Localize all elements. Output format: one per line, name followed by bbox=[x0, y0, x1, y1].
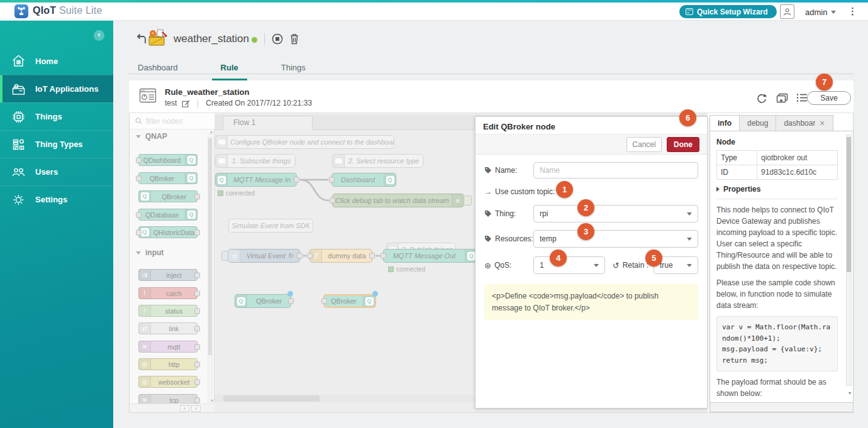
user-avatar[interactable] bbox=[780, 4, 794, 19]
palette-expand-all-button[interactable]: ∨ bbox=[191, 405, 201, 412]
node-mqtt-message-out[interactable]: MQTT Message Out Q bbox=[383, 249, 477, 263]
port-out[interactable] bbox=[288, 299, 294, 304]
node-qbroker-out-selected[interactable]: QBroker Q bbox=[323, 294, 376, 308]
debug-toggle-button[interactable] bbox=[464, 195, 472, 206]
port-in[interactable] bbox=[307, 253, 313, 259]
tab-dashboard-panel[interactable]: dashboard ✕ bbox=[776, 115, 833, 131]
node-virtual-event[interactable]: ⇉ Virtual Event ↻ bbox=[228, 249, 300, 263]
comment-node-configure[interactable]: Configure QBroker node and connect to th… bbox=[215, 135, 394, 149]
scroll-down-icon[interactable]: ▾ bbox=[849, 390, 851, 396]
overflow-menu-icon[interactable]: ⋮ bbox=[848, 4, 857, 18]
tab-rule[interactable]: Rule bbox=[212, 60, 247, 80]
info-scrollbar[interactable] bbox=[846, 134, 852, 386]
qos-select[interactable]: 1 bbox=[533, 256, 605, 274]
palette-node-qdashboard[interactable]: QDashboard Q bbox=[138, 154, 198, 166]
comment-icon bbox=[333, 155, 345, 167]
palette-node-status[interactable]: ! status bbox=[138, 305, 198, 317]
comment-node-simulate[interactable]: Simulate Event from SDK bbox=[228, 219, 313, 233]
scrollbar-thumb[interactable] bbox=[208, 138, 212, 355]
user-menu[interactable]: admin bbox=[805, 8, 836, 17]
tab-info[interactable]: info bbox=[709, 115, 740, 131]
palette-node-link[interactable]: ⇄ link bbox=[138, 322, 198, 334]
quick-setup-wizard-button[interactable]: Quick Setup Wizard bbox=[679, 5, 777, 18]
qos-label: ⊛ QoS: bbox=[484, 261, 533, 270]
delete-button[interactable] bbox=[289, 33, 299, 47]
comment-node-subscribe[interactable]: 1. Subscribe things bbox=[215, 154, 296, 168]
save-button[interactable]: Save bbox=[807, 91, 851, 105]
refresh-icon[interactable] bbox=[756, 93, 767, 107]
palette-section-qnap[interactable]: QNAP bbox=[136, 132, 167, 141]
rule-title: Rule_weather_station bbox=[165, 87, 249, 97]
name-label: Name: bbox=[484, 166, 533, 175]
palette-node-mqtt[interactable]: ≋ mqtt bbox=[138, 341, 198, 353]
palette-node-qbroker-out[interactable]: QBroker Q bbox=[138, 172, 198, 184]
stop-button[interactable] bbox=[272, 33, 283, 47]
rule-subtitle: test bbox=[165, 99, 177, 107]
scrollbar-thumb[interactable] bbox=[847, 137, 851, 272]
sidebar-item-thing-types[interactable]: Thing Types bbox=[0, 130, 113, 158]
info-footer-scrollbar[interactable] bbox=[709, 402, 854, 412]
port-out bbox=[194, 361, 200, 367]
flow-tab[interactable]: Flow 1 bbox=[223, 116, 313, 130]
sidebar-item-users[interactable]: Users bbox=[0, 158, 113, 185]
node-mqtt-message-in[interactable]: Q MQTT Message In bbox=[215, 173, 297, 187]
port-out[interactable] bbox=[294, 177, 299, 183]
palette-node-qdatabase[interactable]: QDatabase Q bbox=[138, 209, 198, 221]
sidebar-item-label: IoT Applications bbox=[35, 84, 99, 94]
done-button[interactable]: Done bbox=[667, 137, 699, 152]
filter-nodes-input[interactable] bbox=[146, 117, 209, 126]
tab-dashboard[interactable]: Dashboard bbox=[129, 60, 187, 80]
port-in[interactable] bbox=[330, 198, 335, 204]
comment-icon bbox=[216, 155, 228, 167]
palette-node-catch[interactable]: ! catch bbox=[138, 287, 198, 299]
changed-dot bbox=[287, 291, 293, 297]
node-debug[interactable]: Click debug tab to watch data stream ≡ bbox=[332, 194, 464, 207]
cancel-button[interactable]: Cancel bbox=[626, 137, 662, 152]
scroll-down-icon[interactable]: ▾ bbox=[211, 398, 213, 403]
node-dummy-data[interactable]: f dummy data bbox=[309, 249, 372, 263]
qnap-icon: Q bbox=[139, 191, 151, 202]
close-icon[interactable]: ✕ bbox=[819, 119, 825, 128]
palette-node-qhistoricdata[interactable]: Q QHistoricData bbox=[138, 226, 198, 238]
sidebar-item-iot-applications[interactable]: IoT Applications bbox=[0, 75, 113, 102]
node-qbroker-in[interactable]: Q QBroker bbox=[235, 294, 291, 308]
sidebar-item-settings[interactable]: Settings bbox=[0, 185, 113, 213]
tab-things[interactable]: Things bbox=[272, 60, 314, 80]
palette-scrollbar[interactable] bbox=[208, 134, 213, 403]
inject-trigger-button[interactable] bbox=[221, 251, 228, 261]
palette-filter bbox=[130, 113, 214, 129]
port-out[interactable] bbox=[369, 253, 375, 259]
palette-node-http[interactable]: ◎ http bbox=[138, 358, 198, 370]
scroll-up-icon[interactable]: ▴ bbox=[210, 129, 213, 134]
port-in[interactable] bbox=[329, 177, 335, 183]
palette-node-websocket[interactable]: ◎ websocket bbox=[138, 376, 198, 388]
canvas-horizontal-scrollbar[interactable] bbox=[214, 395, 475, 402]
list-view-icon[interactable] bbox=[796, 93, 808, 105]
back-button[interactable] bbox=[135, 33, 147, 48]
sidebar-item-home[interactable]: Home bbox=[0, 47, 113, 75]
node-dashboard[interactable]: Dashboard Q bbox=[331, 173, 396, 187]
resources-select[interactable]: temp bbox=[533, 230, 698, 248]
sidebar-collapse-button[interactable]: ‹ bbox=[94, 30, 104, 41]
duplicate-icon[interactable] bbox=[776, 93, 788, 106]
tab-debug[interactable]: debug bbox=[739, 115, 776, 131]
thing-select[interactable]: rpi bbox=[533, 205, 698, 222]
chevron-down-icon bbox=[687, 264, 692, 267]
chevron-down-icon bbox=[687, 238, 692, 241]
qiot-logo-icon bbox=[14, 4, 28, 18]
edit-pencil-icon[interactable] bbox=[182, 99, 190, 107]
properties-toggle[interactable]: Properties bbox=[716, 185, 838, 194]
port-in[interactable] bbox=[321, 299, 327, 304]
port-in[interactable] bbox=[381, 253, 386, 259]
palette-collapse-all-button[interactable]: ∧ bbox=[180, 405, 189, 412]
palette-section-input[interactable]: input bbox=[136, 248, 164, 257]
palette-node-inject[interactable]: ⇉ inject bbox=[138, 269, 198, 281]
port-out[interactable] bbox=[297, 253, 303, 259]
sidebar-item-things[interactable]: Things bbox=[0, 102, 113, 130]
name-input[interactable] bbox=[533, 162, 698, 178]
users-icon bbox=[11, 165, 26, 180]
palette-node-qbroker-in[interactable]: Q QBroker bbox=[138, 190, 198, 202]
comment-node-select-resource[interactable]: 2. Select resource type bbox=[332, 154, 423, 168]
info-tab-bar: info debug dashboard ✕ bbox=[709, 115, 833, 131]
scrollbar-thumb[interactable] bbox=[223, 395, 320, 402]
